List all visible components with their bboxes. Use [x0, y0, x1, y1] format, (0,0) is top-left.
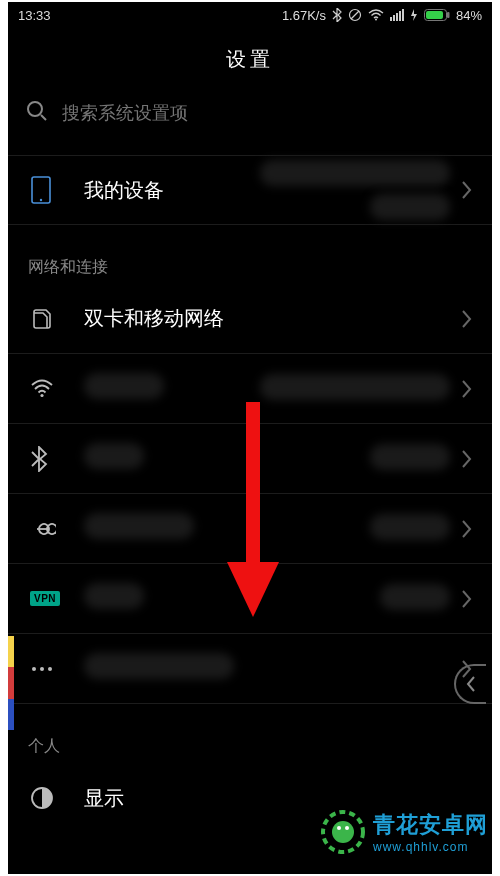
svg-rect-4 [393, 15, 395, 21]
bluetooth-icon [30, 446, 70, 472]
more-icon [30, 665, 70, 673]
section-personal: 个人 [8, 728, 492, 763]
chevron-right-icon [460, 449, 472, 469]
row-dual-sim[interactable]: 双卡和移动网络 [8, 284, 492, 354]
status-net-speed: 1.67K/s [282, 8, 326, 23]
label-my-device: 我的设备 [84, 177, 164, 204]
page-title: 设置 [8, 28, 492, 93]
search-icon [26, 100, 48, 126]
side-color-strip [8, 636, 14, 730]
device-icon [30, 176, 70, 204]
vpn-icon: VPN [30, 591, 70, 606]
label-more [84, 653, 234, 684]
row-display[interactable]: 显示 [8, 763, 492, 833]
battery-icon [424, 9, 450, 21]
svg-point-17 [32, 667, 36, 671]
label-vpn [84, 583, 144, 614]
svg-point-18 [40, 667, 44, 671]
search-bar[interactable] [8, 93, 492, 133]
row-vpn[interactable]: VPN [8, 564, 492, 634]
svg-rect-10 [426, 11, 443, 19]
brightness-icon [30, 786, 70, 810]
svg-point-11 [28, 102, 42, 116]
status-time: 13:33 [18, 8, 51, 23]
wifi-icon [368, 9, 384, 21]
row-hotspot[interactable] [8, 494, 492, 564]
value-wifi [260, 374, 450, 404]
chevron-right-icon [460, 589, 472, 609]
battery-percent: 84% [456, 8, 482, 23]
svg-line-1 [351, 11, 359, 19]
svg-line-12 [41, 115, 46, 120]
search-input[interactable] [62, 103, 474, 124]
svg-rect-3 [390, 17, 392, 21]
chevron-right-icon [460, 180, 472, 200]
charging-icon [410, 9, 418, 21]
label-dual-sim: 双卡和移动网络 [84, 305, 224, 332]
bluetooth-icon [332, 8, 342, 22]
row-my-device[interactable]: 我的设备 [8, 155, 492, 225]
svg-point-2 [375, 19, 377, 21]
svg-rect-9 [447, 12, 450, 18]
label-wifi [84, 373, 164, 404]
settings-screen: 13:33 1.67K/s [8, 2, 492, 874]
label-display: 显示 [84, 785, 124, 812]
chevron-right-icon [460, 309, 472, 329]
signal-icon [390, 9, 404, 21]
value-my-device [260, 160, 450, 220]
floating-ball-handle[interactable] [454, 664, 486, 704]
link-icon [30, 521, 70, 537]
status-bar: 13:33 1.67K/s [8, 2, 492, 28]
row-bluetooth[interactable] [8, 424, 492, 494]
svg-point-15 [40, 393, 43, 396]
row-more[interactable] [8, 634, 492, 704]
svg-rect-6 [399, 11, 401, 21]
value-vpn [380, 584, 450, 614]
section-network: 网络和连接 [8, 249, 492, 284]
svg-point-19 [48, 667, 52, 671]
sim-icon [30, 307, 70, 331]
svg-rect-7 [402, 9, 404, 21]
wifi-icon [30, 379, 70, 399]
label-bluetooth [84, 443, 144, 474]
chevron-right-icon [460, 519, 472, 539]
svg-rect-5 [396, 13, 398, 21]
chevron-right-icon [460, 379, 472, 399]
svg-point-14 [40, 199, 42, 201]
value-bluetooth [370, 444, 450, 474]
label-hotspot [84, 513, 194, 544]
dnd-icon [348, 8, 362, 22]
row-wifi[interactable] [8, 354, 492, 424]
value-hotspot [370, 514, 450, 544]
